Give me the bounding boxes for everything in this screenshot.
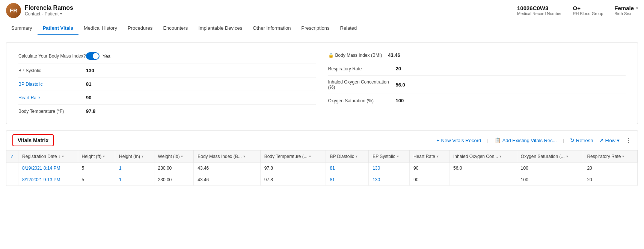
tab-other-information[interactable]: Other Information (247, 22, 296, 35)
row2-body-temp: 97.8 (260, 174, 326, 186)
col-respiratory-rate-chevron[interactable]: ▾ (622, 154, 624, 158)
calendar-icon: 📋 (495, 137, 501, 143)
col-bmi: Body Mass Index (B... ▾ (194, 150, 260, 162)
patient-info: FR Florencia Ramos Contact · Patient ▾ (6, 3, 73, 18)
sort-desc-icon[interactable]: ↓ (59, 154, 60, 158)
tab-summary[interactable]: Summary (6, 22, 38, 35)
body-temp-label: Body Temperature (°F) (18, 109, 86, 114)
row2-checkbox[interactable] (6, 174, 18, 186)
vitals-matrix-title: Vitals Matrix (18, 137, 48, 143)
row2-bmi: 43.46 (194, 174, 260, 186)
vitals-table-wrapper: ✓ Registration Date ↓ ▾ Height (ft) (6, 150, 638, 186)
birth-sex: Female ▾ Birth Sex (614, 5, 638, 16)
table-row: 8/12/2021 9:13 PM 5 1 230.00 43.46 97.8 … (6, 174, 638, 186)
bmi-label: Body Mass Index (BMI) (335, 53, 382, 58)
row2-bp-systolic[interactable]: 130 (369, 174, 410, 186)
col-inhaled-oxygen-chevron[interactable]: ▾ (499, 154, 501, 158)
check-all-icon[interactable]: ✓ (10, 153, 14, 159)
col-oxygen-saturation-chevron[interactable]: ▾ (566, 154, 568, 158)
bmi-value: 43.46 (388, 52, 400, 58)
patient-dropdown-icon[interactable]: ▾ (60, 12, 62, 16)
tab-medical-history[interactable]: Medical History (78, 22, 122, 35)
patient-name: Florencia Ramos (25, 5, 73, 11)
tab-encounters[interactable]: Encounters (158, 22, 193, 35)
vitals-right-column: 🔒 Body Mass Index (BMI) 43.46 Respirator… (322, 49, 632, 118)
col-body-temp-chevron[interactable]: ▾ (309, 154, 311, 158)
row2-heart-rate: 90 (410, 174, 449, 186)
vitals-grid: Calculate Your Body Mass Index? Yes BP S… (12, 49, 632, 118)
row1-date[interactable]: 8/19/2021 8:14 PM (18, 162, 78, 174)
oxygen-saturation-value: 100 (396, 98, 404, 103)
patient-subtitle: Contact · Patient ▾ (25, 11, 73, 17)
inhaled-oxygen-label: Inhaled Oxygen Concentration (%) (328, 79, 396, 90)
col-height-in: Height (In) ▾ (115, 150, 154, 162)
main-content: Calculate Your Body Mass Index? Yes BP S… (0, 36, 644, 192)
col-weight-chevron[interactable]: ▾ (181, 154, 183, 158)
new-vitals-record-button[interactable]: + New Vitals Record (436, 137, 481, 143)
bp-diastolic-row: BP Diastolic 81 (18, 77, 316, 91)
refresh-button[interactable]: ↻ Refresh (570, 137, 593, 143)
col-registration-date: Registration Date ↓ ▾ (18, 150, 78, 162)
respiratory-rate-row: Respiratory Rate 20 (328, 62, 626, 76)
row1-bp-diastolic[interactable]: 81 (326, 162, 369, 174)
heart-rate-row: Heart Rate 90 (18, 91, 316, 105)
more-options-button[interactable]: ⋮ (626, 137, 632, 144)
medical-record-number: 10026C0W3 Medical Record Number (517, 5, 562, 16)
inhaled-oxygen-value: 56.0 (396, 82, 405, 88)
tab-implantable-devices[interactable]: Implantable Devices (193, 22, 247, 35)
row2-height-in[interactable]: 1 (115, 174, 154, 186)
row1-bmi: 43.46 (194, 162, 260, 174)
row2-bp-diastolic[interactable]: 81 (326, 174, 369, 186)
bp-systolic-value: 130 (86, 68, 94, 73)
plus-icon: + (436, 137, 439, 143)
tab-related[interactable]: Related (335, 22, 362, 35)
bmi-toggle[interactable]: Yes (86, 52, 110, 60)
patient-metadata: 10026C0W3 Medical Record Number O+ RH Bl… (517, 5, 638, 16)
col-respiratory-rate: Respiratory Rate ▾ (583, 150, 638, 162)
vitals-table-header: ✓ Registration Date ↓ ▾ Height (ft) (6, 150, 638, 162)
navigation-tabs: Summary Patient Vitals Medical History P… (0, 21, 644, 36)
tab-patient-vitals[interactable]: Patient Vitals (38, 22, 78, 35)
vitals-matrix-header: Vitals Matrix + New Vitals Record | 📋 Ad… (6, 131, 638, 150)
table-row: 8/19/2021 8:14 PM 5 1 230.00 43.46 97.8 … (6, 162, 638, 174)
col-bmi-chevron[interactable]: ▾ (243, 154, 245, 158)
flow-button[interactable]: ↗ Flow ▾ (599, 137, 620, 143)
col-heart-rate-chevron[interactable]: ▾ (437, 154, 439, 158)
col-height-in-chevron[interactable]: ▾ (142, 154, 143, 158)
row1-height-in[interactable]: 1 (115, 162, 154, 174)
bp-systolic-label: BP Systolic (18, 68, 86, 73)
bmi-toggle-switch[interactable] (86, 52, 100, 60)
add-existing-vitals-button[interactable]: 📋 Add Existing Vitals Rec... (495, 137, 557, 143)
vitals-matrix-section: Vitals Matrix + New Vitals Record | 📋 Ad… (6, 130, 638, 186)
col-bp-systolic-chevron[interactable]: ▾ (397, 154, 399, 158)
row1-checkbox[interactable] (6, 162, 18, 174)
col-bp-diastolic: BP Diastolic ▾ (326, 150, 369, 162)
patient-contact-link[interactable]: Contact (25, 11, 40, 17)
patient-type-link[interactable]: Patient (45, 11, 59, 17)
col-height-ft: Height (ft) ▾ (78, 150, 115, 162)
birth-sex-chevron[interactable]: ▾ (636, 6, 638, 10)
col-bp-systolic: BP Systolic ▾ (369, 150, 410, 162)
row1-oxygen-saturation: 100 (517, 162, 583, 174)
row1-weight: 230.00 (154, 162, 194, 174)
row2-oxygen-saturation: 100 (517, 174, 583, 186)
vitals-table: ✓ Registration Date ↓ ▾ Height (ft) (6, 150, 638, 186)
col-date-chevron[interactable]: ▾ (62, 154, 64, 158)
col-body-temp: Body Temperature (... ▾ (260, 150, 326, 162)
col-height-ft-chevron[interactable]: ▾ (103, 154, 105, 158)
col-checkbox: ✓ (6, 150, 18, 162)
row1-bp-systolic[interactable]: 130 (369, 162, 410, 174)
col-inhaled-oxygen: Inhaled Oxygen Con... ▾ (449, 150, 517, 162)
col-bp-diastolic-chevron[interactable]: ▾ (356, 154, 357, 158)
heart-rate-label: Heart Rate (18, 95, 86, 100)
tab-prescriptions[interactable]: Prescriptions (296, 22, 335, 35)
flow-icon: ↗ (599, 137, 604, 143)
row1-body-temp: 97.8 (260, 162, 326, 174)
row2-date[interactable]: 8/12/2021 9:13 PM (18, 174, 78, 186)
bp-diastolic-label: BP Diastolic (18, 82, 86, 87)
body-temp-row: Body Temperature (°F) 97.8 (18, 105, 316, 118)
page-header: FR Florencia Ramos Contact · Patient ▾ 1… (0, 0, 644, 21)
flow-chevron-icon: ▾ (617, 138, 620, 143)
bp-diastolic-value: 81 (86, 81, 91, 87)
tab-procedures[interactable]: Procedures (122, 22, 158, 35)
